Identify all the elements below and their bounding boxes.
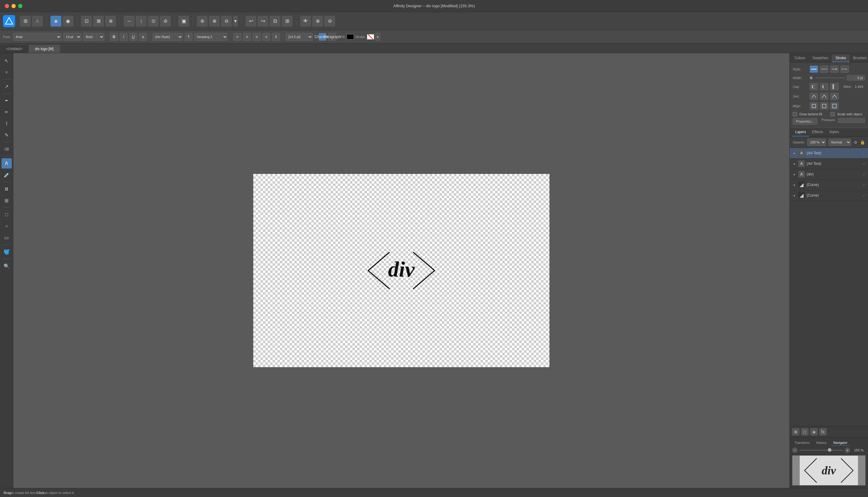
baseline-btn[interactable]: a bbox=[139, 33, 147, 41]
stroke-solid-btn[interactable] bbox=[810, 66, 818, 73]
pixel-mode-btn[interactable]: ◉ bbox=[63, 16, 73, 27]
view-btn[interactable]: 👁 bbox=[300, 16, 311, 27]
sym-btn[interactable]: ⊘ bbox=[160, 16, 171, 27]
heading-select[interactable]: Heading 2 bbox=[194, 33, 228, 41]
flip-h-btn[interactable]: ↔ bbox=[124, 16, 135, 27]
app-logo[interactable] bbox=[3, 15, 15, 27]
layers-panel-btn[interactable]: ≡ bbox=[1, 67, 12, 77]
bold-btn[interactable]: B bbox=[110, 33, 118, 41]
stroke-custom-btn[interactable] bbox=[840, 66, 849, 73]
scale-with-object-checkbox[interactable] bbox=[830, 112, 835, 116]
align-justify-btn[interactable]: ≡ bbox=[262, 33, 270, 41]
layers-mask-btn[interactable]: ◻ bbox=[801, 428, 809, 436]
stroke-cap-butt-btn[interactable] bbox=[810, 83, 818, 90]
draw-behind-fill-checkbox[interactable] bbox=[793, 112, 797, 116]
stroke-tab[interactable]: Stroke bbox=[832, 54, 850, 62]
history3-btn[interactable]: ⊟ bbox=[270, 16, 280, 27]
mirror-btn[interactable]: ⊙ bbox=[148, 16, 159, 27]
layer-item-curve2[interactable]: ● ◢ (Curve) ✓ bbox=[790, 190, 868, 201]
zoom-out-btn[interactable]: − bbox=[792, 448, 798, 453]
stroke-align-inner-btn[interactable] bbox=[810, 102, 818, 110]
close-button[interactable] bbox=[5, 4, 9, 8]
share-btn[interactable]: ⑃ bbox=[32, 16, 43, 27]
layer-item-div[interactable]: ● A (div) ✓ bbox=[790, 169, 868, 180]
redo-btn[interactable]: ↪ bbox=[258, 16, 268, 27]
swatches-tab[interactable]: Swatches bbox=[809, 54, 832, 62]
layer-item-arttext2[interactable]: ● A (Art Text) ✓ bbox=[790, 158, 868, 169]
italic-btn[interactable]: I bbox=[120, 33, 127, 41]
stroke-cap-square-btn[interactable] bbox=[830, 83, 839, 90]
zoom-in-btn[interactable]: + bbox=[845, 448, 850, 453]
crop-tool-btn[interactable]: ⊞ bbox=[1, 195, 12, 205]
tab-divlogo[interactable]: div logo [M] bbox=[29, 45, 60, 53]
new-document-btn[interactable]: ⊞ bbox=[20, 16, 31, 27]
font-select[interactable]: Arial bbox=[13, 33, 61, 41]
brushes-tab[interactable]: Brushes bbox=[850, 54, 868, 62]
navigator-tab-btn[interactable]: Navigator bbox=[831, 440, 850, 446]
undo-btn[interactable]: ↩ bbox=[245, 16, 256, 27]
canvas-area[interactable]: div bbox=[13, 53, 789, 488]
text-size-display[interactable]: [14.5 pt] bbox=[286, 33, 313, 41]
layer-item-curve1[interactable]: ● ◢ (Curve) ✓ bbox=[790, 180, 868, 190]
flip-v-btn[interactable]: ↕ bbox=[136, 16, 147, 27]
stroke-cap-round-btn[interactable] bbox=[820, 83, 828, 90]
pointer-tool-btn[interactable]: ↖ bbox=[1, 56, 12, 66]
snap-menu-btn[interactable]: ▾ bbox=[233, 16, 238, 27]
align-btn[interactable]: ▣ bbox=[178, 16, 189, 27]
underline-btn[interactable]: U bbox=[129, 33, 137, 41]
minimize-button[interactable] bbox=[12, 4, 16, 8]
navigator-preview[interactable]: div bbox=[792, 455, 866, 485]
align-left-btn[interactable]: ≡ bbox=[233, 33, 241, 41]
image-tool-btn[interactable]: 🖼 bbox=[1, 184, 12, 194]
transform-tab-btn[interactable]: Transform bbox=[792, 440, 812, 446]
rectangle-tool-btn[interactable]: □ bbox=[1, 210, 12, 220]
stroke-join-miter-btn[interactable] bbox=[810, 93, 818, 100]
tab-untitled[interactable]: <Untitled> bbox=[0, 45, 29, 53]
paragraph-tab-btn[interactable]: Paragraph bbox=[328, 33, 336, 41]
pen-tool-btn[interactable]: ✒ bbox=[1, 96, 12, 106]
snap-btn[interactable]: ⊛ bbox=[197, 16, 208, 27]
select-rect-btn[interactable]: ⊡ bbox=[81, 16, 92, 27]
select-magic-btn[interactable]: ⊗ bbox=[105, 16, 116, 27]
zoom-out-btn[interactable]: ⊖ bbox=[324, 16, 335, 27]
history-tab-btn[interactable]: History bbox=[814, 440, 829, 446]
fill-tool-btn[interactable]: 🪣 bbox=[1, 247, 12, 257]
effects-tab-btn[interactable]: Effects bbox=[809, 128, 826, 137]
layer-settings-btn[interactable]: ⚙ bbox=[854, 140, 858, 145]
layers-adjust-btn[interactable]: ◈ bbox=[810, 428, 817, 436]
align-center-btn[interactable]: ≡ bbox=[243, 33, 251, 41]
zoom-tool-btn[interactable]: 🔍 bbox=[1, 261, 12, 271]
styles-tab-btn[interactable]: Styles bbox=[826, 128, 842, 137]
zoom-slider[interactable] bbox=[799, 450, 843, 451]
stroke-join-bevel-btn[interactable] bbox=[830, 93, 839, 100]
align-right-btn[interactable]: ≡ bbox=[253, 33, 261, 41]
select-lasso-btn[interactable]: ⊠ bbox=[93, 16, 104, 27]
opacity-select[interactable]: 100 % bbox=[807, 139, 826, 146]
more-options-btn[interactable]: ▸ bbox=[375, 33, 380, 41]
stroke-width-input[interactable] bbox=[847, 75, 865, 81]
brush-tool-btn[interactable]: ✏ bbox=[1, 107, 12, 117]
colour-tab[interactable]: Colour bbox=[791, 54, 809, 62]
properties-btn[interactable]: Properties... bbox=[793, 118, 817, 125]
vector-mode-btn[interactable]: ◈ bbox=[51, 16, 61, 27]
para-style-btn[interactable]: ¶ bbox=[185, 33, 193, 41]
maximize-button[interactable] bbox=[18, 4, 22, 8]
stroke-align-center-btn[interactable] bbox=[820, 102, 828, 110]
stroke-join-round-btn[interactable] bbox=[820, 93, 828, 100]
layer-lock-btn[interactable]: 🔒 bbox=[860, 140, 865, 145]
history4-btn[interactable]: ⊞ bbox=[282, 16, 292, 27]
stroke-arrow-btn[interactable] bbox=[830, 66, 839, 73]
snap2-btn[interactable]: ⊕ bbox=[209, 16, 220, 27]
fill-color-swatch[interactable] bbox=[347, 34, 354, 40]
pencil-tool-btn[interactable]: ✎ bbox=[1, 130, 12, 140]
size-select[interactable]: 14 pt bbox=[63, 33, 81, 41]
watercolor-tool-btn[interactable]: ⌇ bbox=[1, 118, 12, 129]
ellipse-tool-btn[interactable]: ○ bbox=[1, 221, 12, 231]
layers-fx-btn[interactable]: fx bbox=[819, 428, 827, 436]
eyedropper-tool-btn[interactable]: 💉 bbox=[1, 170, 12, 180]
text-direction-btn[interactable]: ⇕ bbox=[272, 33, 280, 41]
text-tool-btn[interactable]: A bbox=[1, 158, 12, 169]
layers-tab-btn[interactable]: Layers bbox=[792, 128, 809, 137]
zoom-in-btn[interactable]: ⊕ bbox=[312, 16, 323, 27]
layer-item-arttext1[interactable]: ● A (Art Text) ✓ bbox=[790, 148, 868, 158]
